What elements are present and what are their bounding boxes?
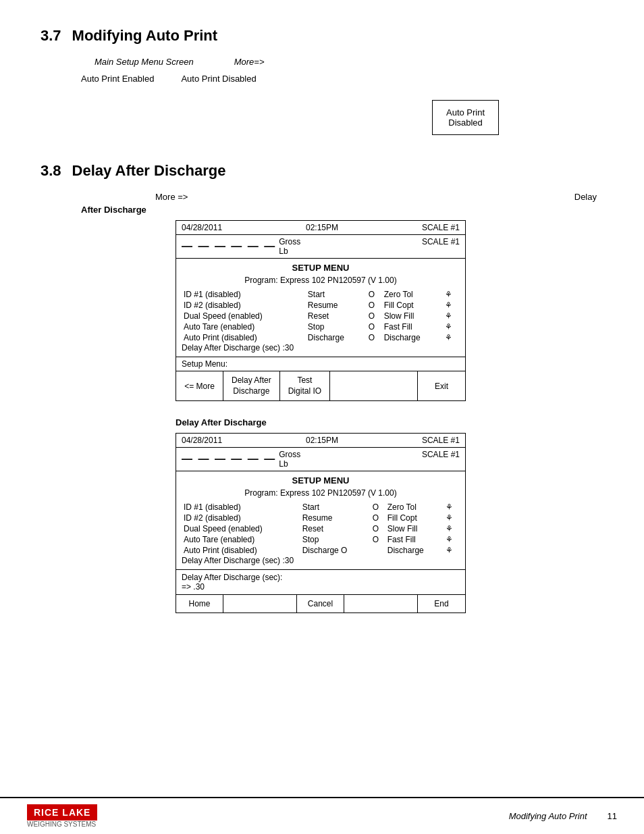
delay-label: Delay — [574, 192, 597, 202]
delay-discharge-line-2: Delay After Discharge (sec) :30 — [182, 556, 460, 565]
auto-print-enabled-label: Auto Print Enabled — [81, 74, 154, 84]
gross-label-1: GrossLb — [279, 237, 300, 256]
section-38-heading: 3.8 Delay After Discharge — [41, 162, 603, 180]
home-button[interactable]: Home — [176, 595, 223, 613]
scale-body-1: SETUP MENU Program: Express 102 PN120597… — [176, 259, 465, 357]
scale-display-2: 04/28/2011 02:15PM SCALE #1 — — — — — — … — [176, 433, 466, 613]
setup-menu-label-1: Setup Menu: — [182, 359, 227, 369]
scale-header-2: 04/28/2011 02:15PM SCALE #1 — [176, 434, 465, 448]
table-row: Dual Speed (enabled) Reset O Slow Fill ⚘ — [182, 311, 460, 321]
empty-button-2 — [223, 595, 297, 613]
gross-label-2: GrossLb — [279, 450, 300, 469]
logo-sub: WEIGHING SYSTEMS — [27, 820, 97, 828]
dashes-2: — — — — — — — [182, 453, 276, 465]
scale-body-2: SETUP MENU Program: Express 102 PN120597… — [176, 471, 465, 569]
gross-row-1: — — — — — — GrossLb SCALE #1 — [176, 235, 465, 259]
time-2: 02:15PM — [306, 436, 338, 445]
scale-id-1: SCALE #1 — [422, 223, 460, 232]
empty-button-1 — [330, 371, 418, 400]
delay-discharge-line-1: Delay After Discharge (sec) :30 — [182, 343, 460, 353]
scale-id-row2-1: SCALE #1 — [422, 237, 460, 256]
logo-area: RICE LAKE WEIGHING SYSTEMS — [27, 804, 97, 828]
footer-title: Modifying Auto Print — [509, 811, 587, 821]
date-2: 04/28/2011 — [182, 436, 222, 445]
scale-header-1: 04/28/2011 02:15PM SCALE #1 — [176, 221, 465, 235]
footer: RICE LAKE WEIGHING SYSTEMS Modifying Aut… — [0, 797, 644, 834]
table-row: Auto Tare (enabled) Stop O Fast Fill ⚘ — [182, 534, 460, 545]
auto-print-disabled-box: Auto Print Disabled — [432, 100, 499, 135]
section-37-heading: 3.7 Modifying Auto Print — [41, 27, 603, 45]
end-button[interactable]: End — [418, 595, 465, 613]
page-number: 11 — [608, 811, 617, 821]
button-row-2: Home Cancel End — [176, 594, 465, 613]
footer-right: Modifying Auto Print 11 — [509, 811, 617, 821]
section-37-title: Modifying Auto Print — [72, 27, 217, 45]
scale-id-row2-2: SCALE #1 — [422, 450, 460, 469]
logo-text: RICE LAKE — [27, 804, 97, 820]
box-line2: Disabled — [448, 118, 483, 128]
date-1: 04/28/2011 — [182, 223, 222, 232]
table-row: ID #2 (disabled) Resume O Fill Copt ⚘ — [182, 513, 460, 523]
table-row: Auto Print (disabled) Discharge O Discha… — [182, 545, 460, 556]
auto-print-options: Auto Print Enabled Auto Print Disabled — [81, 74, 603, 84]
table-row: ID #2 (disabled) Resume O Fill Copt ⚘ — [182, 300, 460, 311]
auto-print-disabled-label: Auto Print Disabled — [181, 74, 256, 84]
setup-menu-footer-1: Setup Menu: — [176, 357, 465, 371]
table-row: ID #1 (disabled) Start O Zero Tol ⚘ — [182, 289, 460, 300]
more-label: More=> — [234, 57, 265, 67]
logo-box: RICE LAKE WEIGHING SYSTEMS — [27, 804, 97, 828]
delay-after-discharge-button[interactable]: Delay AfterDischarge — [223, 371, 280, 400]
program-line-1: Program: Express 102 PN120597 (V 1.00) — [182, 276, 460, 285]
empty-button-3 — [344, 595, 418, 613]
table-row: Auto Print (disabled) Discharge O Discha… — [182, 332, 460, 343]
table-row: Dual Speed (enabled) Reset O Slow Fill ⚘ — [182, 523, 460, 534]
section-38-title: Delay After Discharge — [72, 162, 226, 180]
menu-screen-label: Main Setup Menu Screen — [95, 57, 194, 67]
input-value[interactable]: => .30 — [182, 582, 460, 592]
table-row: ID #1 (disabled) Start O Zero Tol ⚘ — [182, 502, 460, 513]
input-label: Delay After Discharge (sec): — [182, 573, 460, 582]
section-38-number: 3.8 — [41, 162, 61, 180]
input-area: Delay After Discharge (sec): => .30 — [176, 569, 465, 594]
scale-id-2: SCALE #1 — [422, 436, 460, 445]
scale-display-1: 04/28/2011 02:15PM SCALE #1 — — — — — — … — [176, 220, 466, 401]
menu-table-1: ID #1 (disabled) Start O Zero Tol ⚘ ID #… — [182, 289, 460, 343]
menu-table-2: ID #1 (disabled) Start O Zero Tol ⚘ ID #… — [182, 502, 460, 556]
cancel-button[interactable]: Cancel — [297, 595, 344, 613]
section-37-number: 3.7 — [41, 27, 61, 45]
after-discharge-label: After Discharge — [81, 205, 146, 215]
box-line1: Auto Print — [446, 107, 485, 118]
gross-row-2: — — — — — — GrossLb SCALE #1 — [176, 448, 465, 471]
menu-screen-label-row: Main Setup Menu Screen More=> — [95, 57, 603, 67]
time-1: 02:15PM — [306, 223, 338, 232]
program-line-2: Program: Express 102 PN120597 (V 1.00) — [182, 488, 460, 498]
dashes-1: — — — — — — — [182, 240, 276, 253]
delay-after-discharge-section-label: Delay After Discharge — [176, 417, 267, 427]
section-37: 3.7 Modifying Auto Print Main Setup Menu… — [41, 27, 603, 135]
less-more-button[interactable]: <= More — [176, 371, 223, 400]
setup-menu-title-1: SETUP MENU — [182, 263, 460, 273]
section-38: 3.8 Delay After Discharge More => Delay … — [41, 162, 603, 613]
table-row: Auto Tare (enabled) Stop O Fast Fill ⚘ — [182, 321, 460, 332]
test-digital-io-button[interactable]: TestDigital IO — [280, 371, 330, 400]
setup-menu-title-2: SETUP MENU — [182, 475, 460, 486]
more-label-38: More => — [155, 192, 188, 202]
button-row-1: <= More Delay AfterDischarge TestDigital… — [176, 371, 465, 400]
exit-button-1[interactable]: Exit — [418, 371, 465, 400]
